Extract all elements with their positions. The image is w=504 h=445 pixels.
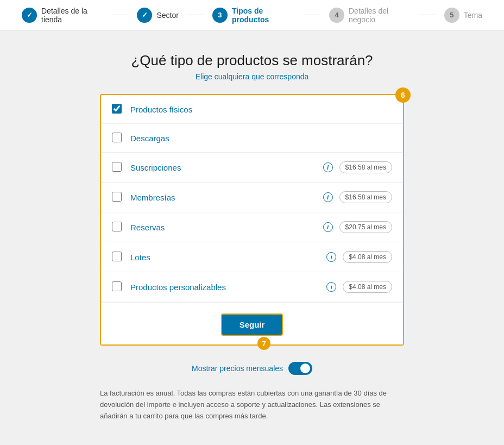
info-icon-bundles[interactable]: i: [326, 252, 336, 262]
checkbox-downloads-wrap[interactable]: [112, 133, 123, 143]
product-reservations-label: Reservas: [130, 223, 320, 232]
step-sector-label: Sector: [156, 11, 178, 20]
price-subscriptions: $16.58 al mes: [339, 161, 392, 173]
product-row-customizable: Productos personalizables i $4.08 al mes: [101, 272, 403, 302]
step-4-number: 4: [335, 11, 338, 19]
step-store-label: Detalles de la tienda: [41, 7, 103, 24]
product-selection-card: 6 Productos físicos Descargas Suscripcio…: [100, 94, 404, 346]
step-5-number: 5: [450, 11, 453, 19]
toggle-section: Mostrar precios mensuales: [192, 362, 312, 375]
footer-text: La facturación es anual. Todas las compr…: [100, 388, 404, 422]
price-customizable: $4.08 al mes: [343, 281, 392, 293]
checkbox-customizable[interactable]: [112, 281, 122, 291]
seguir-button[interactable]: Seguir: [221, 314, 284, 336]
info-icon-customizable[interactable]: i: [326, 282, 336, 292]
checkbox-physical[interactable]: [112, 104, 122, 114]
info-icon-memberships[interactable]: i: [323, 192, 333, 202]
product-row-reservations: Reservas i $20.75 al mes: [101, 212, 403, 242]
checkbox-memberships-wrap[interactable]: [112, 192, 123, 203]
step-divider-4: [419, 15, 436, 15]
price-memberships: $16.58 al mes: [339, 191, 392, 203]
checkbox-subscriptions-wrap[interactable]: [112, 162, 123, 173]
checkbox-reservations-wrap[interactable]: [112, 222, 123, 233]
step-theme[interactable]: 5 Tema: [436, 8, 491, 23]
badge-7: 7: [257, 337, 270, 350]
checkbox-downloads[interactable]: [112, 133, 122, 142]
product-row-downloads: Descargas: [101, 124, 403, 153]
checkbox-memberships[interactable]: [112, 192, 122, 202]
product-downloads-label: Descargas: [130, 134, 392, 143]
product-row-subscriptions: Suscripciones i $16.58 al mes: [101, 153, 403, 183]
step-products[interactable]: 3 Tipos de productos: [204, 7, 304, 24]
product-customizable-label: Productos personalizables: [130, 283, 323, 292]
product-row-bundles: Lotes i $4.08 al mes: [101, 242, 403, 272]
step-business-circle: 4: [329, 8, 344, 23]
checkbox-bundles[interactable]: [112, 252, 122, 261]
checkbox-subscriptions[interactable]: [112, 162, 122, 172]
step-divider-2: [187, 15, 204, 15]
checkmark-icon: ✓: [27, 11, 33, 19]
step-3-number: 3: [218, 11, 222, 19]
step-store[interactable]: ✓ Detalles de la tienda: [13, 7, 112, 24]
checkmark-icon-2: ✓: [142, 11, 148, 19]
step-business[interactable]: 4 Detalles del negocio: [320, 7, 419, 24]
step-divider-1: [112, 15, 128, 15]
info-icon-reservations[interactable]: i: [323, 222, 333, 232]
button-area: Seguir 7: [101, 302, 403, 344]
price-bundles: $4.08 al mes: [343, 251, 392, 263]
product-selection-card-wrapper: 6 Productos físicos Descargas Suscripcio…: [100, 94, 404, 346]
stepper: ✓ Detalles de la tienda ✓ Sector 3 Tipos…: [0, 0, 504, 30]
main-content: ¿Qué tipo de productos se mostrarán? Eli…: [0, 30, 504, 438]
page-title: ¿Qué tipo de productos se mostrarán?: [131, 52, 373, 69]
step-divider-3: [304, 15, 320, 15]
info-icon-subscriptions[interactable]: i: [323, 162, 333, 172]
step-store-circle: ✓: [22, 8, 37, 23]
price-reservations: $20.75 al mes: [339, 221, 392, 233]
product-physical-label: Productos físicos: [130, 105, 392, 114]
product-row-memberships: Membresías i $16.58 al mes: [101, 183, 403, 212]
product-bundles-label: Lotes: [130, 253, 323, 262]
checkbox-physical-wrap[interactable]: [112, 104, 123, 115]
checkbox-bundles-wrap[interactable]: [112, 252, 123, 262]
step-theme-label: Tema: [464, 11, 482, 20]
product-memberships-label: Membresías: [130, 193, 320, 202]
step-theme-circle: 5: [444, 8, 459, 23]
toggle-label: Mostrar precios mensuales: [192, 364, 283, 373]
step-sector-circle: ✓: [137, 8, 152, 23]
page-subtitle: Elige cualquiera que corresponda: [196, 72, 309, 81]
checkbox-reservations[interactable]: [112, 222, 122, 231]
checkbox-customizable-wrap[interactable]: [112, 281, 123, 292]
step-sector[interactable]: ✓ Sector: [128, 8, 187, 23]
step-products-circle: 3: [212, 8, 228, 23]
monthly-prices-toggle[interactable]: [288, 362, 312, 375]
product-subscriptions-label: Suscripciones: [130, 163, 320, 172]
toggle-slider: [288, 362, 312, 375]
badge-6: 6: [395, 87, 411, 103]
step-business-label: Detalles del negocio: [349, 7, 411, 24]
step-products-label: Tipos de productos: [232, 7, 295, 24]
product-row-physical: Productos físicos: [101, 95, 403, 124]
